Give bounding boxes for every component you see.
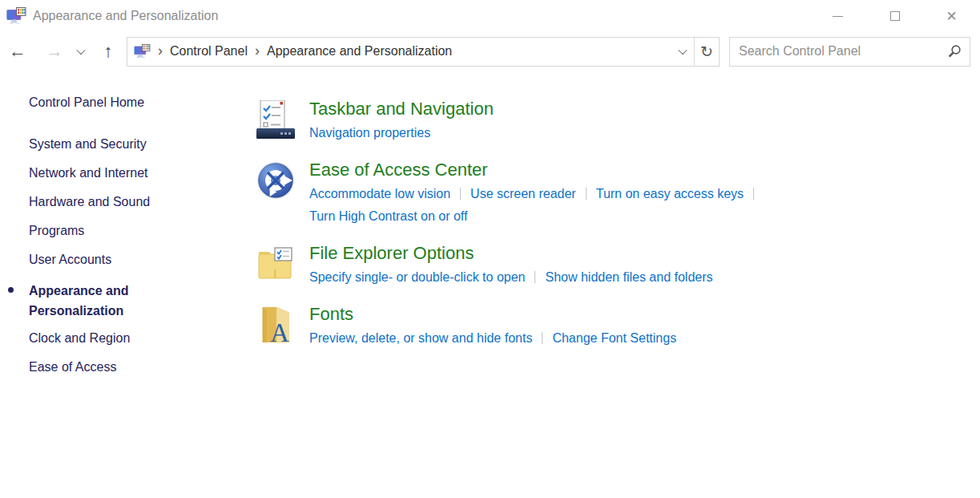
search-icon[interactable] bbox=[947, 44, 962, 59]
refresh-button[interactable]: ↻ bbox=[695, 38, 719, 66]
sidebar-item-appearance-and-personalization[interactable]: Appearance and Personalization bbox=[29, 281, 186, 321]
up-button[interactable]: ↑ bbox=[95, 43, 122, 60]
chevron-down-icon bbox=[76, 46, 85, 55]
minimize-icon bbox=[833, 16, 843, 17]
sidebar: Control Panel Home System and Security N… bbox=[0, 71, 197, 388]
task-link-specify-click-to-open[interactable]: Specify single- or double-click to open bbox=[309, 270, 525, 284]
title-bar: Appearance and Personalization ✕ bbox=[0, 0, 980, 32]
sidebar-item-clock-and-region[interactable]: Clock and Region bbox=[29, 330, 186, 346]
breadcrumb-chevron-icon: › bbox=[255, 43, 260, 60]
task-link-show-hidden-files[interactable]: Show hidden files and folders bbox=[545, 270, 712, 284]
category-file-explorer-options: File Explorer Options Specify single- or… bbox=[256, 242, 980, 289]
task-link-line: Turn High Contrast on or off bbox=[309, 205, 764, 228]
sidebar-item-network-and-internet[interactable]: Network and Internet bbox=[29, 165, 186, 181]
breadcrumb-appearance-personalization[interactable]: Appearance and Personalization bbox=[267, 44, 452, 59]
close-button[interactable]: ✕ bbox=[923, 0, 980, 32]
recent-locations-button[interactable] bbox=[72, 48, 90, 55]
category-taskbar-and-navigation: Taskbar and Navigation Navigation proper… bbox=[256, 98, 980, 144]
task-link-change-font-settings[interactable]: Change Font Settings bbox=[552, 331, 676, 345]
close-icon: ✕ bbox=[946, 10, 957, 23]
link-separator bbox=[753, 188, 754, 200]
link-separator bbox=[460, 188, 461, 200]
category-body: File Explorer Options Specify single- or… bbox=[309, 242, 713, 289]
category-title-file-explorer-options[interactable]: File Explorer Options bbox=[309, 242, 713, 265]
search-box[interactable] bbox=[729, 37, 970, 67]
minimize-button[interactable] bbox=[809, 0, 866, 32]
category-title-ease-of-access-center[interactable]: Ease of Access Center bbox=[309, 159, 764, 181]
sidebar-item-programs[interactable]: Programs bbox=[29, 223, 186, 239]
search-input[interactable] bbox=[730, 44, 947, 59]
address-bar[interactable]: › Control Panel › Appearance and Persona… bbox=[127, 37, 720, 67]
breadcrumb-control-panel[interactable]: Control Panel bbox=[170, 44, 248, 59]
category-body: Ease of Access Center Accommodate low vi… bbox=[309, 159, 764, 228]
category-title-fonts[interactable]: Fonts bbox=[309, 303, 676, 326]
window-title: Appearance and Personalization bbox=[33, 9, 218, 23]
refresh-icon: ↻ bbox=[700, 43, 713, 61]
window-controls: ✕ bbox=[809, 0, 980, 32]
task-link-navigation-properties[interactable]: Navigation properties bbox=[309, 126, 430, 140]
back-button[interactable]: ← bbox=[3, 43, 32, 60]
link-separator bbox=[586, 188, 587, 200]
link-separator bbox=[534, 271, 535, 283]
sidebar-item-label: Appearance and Personalization bbox=[29, 284, 128, 318]
sidebar-item-user-accounts[interactable]: User Accounts bbox=[29, 252, 186, 268]
control-panel-icon bbox=[6, 7, 26, 26]
navigation-toolbar: ← → ↑ › Control Panel › Appearance and P… bbox=[0, 32, 980, 71]
window-body: Control Panel Home System and Security N… bbox=[0, 71, 980, 388]
sidebar-item-hardware-and-sound[interactable]: Hardware and Sound bbox=[29, 194, 186, 210]
task-link-line: Navigation properties bbox=[309, 122, 494, 144]
maximize-button[interactable] bbox=[866, 0, 923, 32]
sidebar-item-control-panel-home[interactable]: Control Panel Home bbox=[29, 95, 197, 111]
task-link-accommodate-low-vision[interactable]: Accommodate low vision bbox=[309, 187, 450, 200]
task-link-line: Preview, delete, or show and hide fontsC… bbox=[309, 327, 676, 350]
category-body: Taskbar and Navigation Navigation proper… bbox=[309, 98, 494, 144]
address-dropdown-button[interactable] bbox=[671, 38, 694, 66]
sidebar-item-system-and-security[interactable]: System and Security bbox=[29, 136, 186, 152]
forward-button[interactable]: → bbox=[40, 43, 69, 60]
ease-of-access-center-icon[interactable] bbox=[256, 161, 295, 200]
control-panel-icon[interactable] bbox=[134, 44, 151, 59]
sidebar-item-ease-of-access[interactable]: Ease of Access bbox=[29, 359, 186, 375]
task-link-turn-on-easy-access-keys[interactable]: Turn on easy access keys bbox=[596, 187, 744, 200]
task-link-line: Specify single- or double-click to openS… bbox=[309, 266, 713, 289]
task-link-preview-delete-fonts[interactable]: Preview, delete, or show and hide fonts bbox=[309, 331, 532, 345]
category-title-taskbar-and-navigation[interactable]: Taskbar and Navigation bbox=[309, 98, 494, 120]
maximize-icon bbox=[890, 11, 900, 21]
task-link-turn-high-contrast-on-or-off[interactable]: Turn High Contrast on or off bbox=[309, 209, 467, 223]
main-content: Taskbar and Navigation Navigation proper… bbox=[197, 71, 980, 364]
active-item-bullet-icon bbox=[8, 287, 14, 293]
category-fonts: Fonts Preview, delete, or show and hide … bbox=[256, 303, 980, 350]
chevron-down-icon bbox=[678, 46, 687, 55]
fonts-icon[interactable] bbox=[256, 306, 295, 344]
category-body: Fonts Preview, delete, or show and hide … bbox=[309, 303, 676, 350]
file-explorer-options-icon[interactable] bbox=[256, 245, 295, 283]
link-separator bbox=[542, 332, 542, 344]
task-link-use-screen-reader[interactable]: Use screen reader bbox=[470, 187, 576, 200]
task-link-line: Accommodate low visionUse screen readerT… bbox=[309, 183, 764, 205]
breadcrumb-chevron-icon: › bbox=[158, 43, 163, 60]
category-ease-of-access-center: Ease of Access Center Accommodate low vi… bbox=[256, 159, 980, 228]
taskbar-and-navigation-icon[interactable] bbox=[256, 100, 295, 139]
